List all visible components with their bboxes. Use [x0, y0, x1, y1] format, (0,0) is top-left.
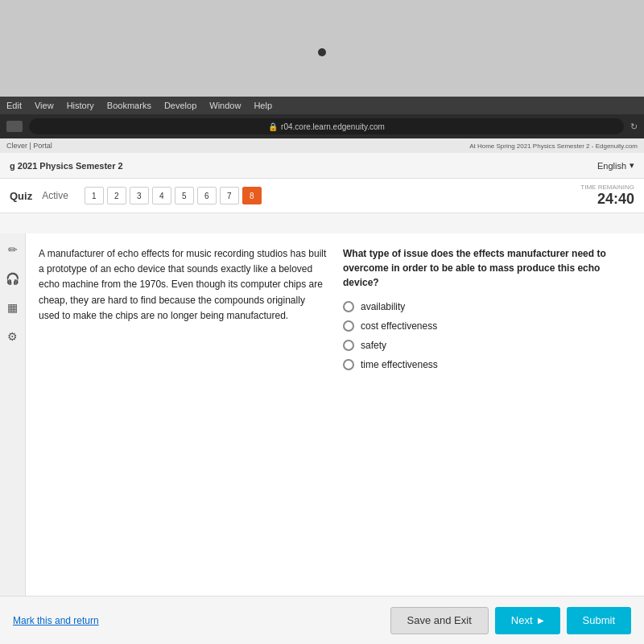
app-topbar: g 2021 Physics Semester 2 English ▾ [0, 153, 644, 179]
address-text: r04.core.learn.edgenuity.com [281, 122, 385, 131]
question-area: A manufacturer of echo effects for music… [26, 233, 644, 596]
clever-bar: Clever | Portal At Home Spring 2021 Phys… [0, 138, 644, 153]
menu-view[interactable]: View [35, 101, 54, 110]
address-bar[interactable]: 🔒 r04.core.learn.edgenuity.com [29, 118, 624, 134]
question-prompt: What type of issue does the effects manu… [343, 246, 631, 290]
lock-icon: 🔒 [268, 122, 278, 131]
browser-window: Edit View History Bookmarks Develop Wind… [0, 97, 644, 644]
btn-group: Save and Exit Next Submit [390, 607, 631, 634]
options-list: availability cost effectiveness safety [343, 301, 631, 370]
headphone-icon[interactable]: 🎧 [3, 269, 23, 288]
option-b[interactable]: cost effectiveness [343, 320, 631, 332]
bottom-bar: Mark this and return Save and Exit Next … [0, 596, 644, 644]
timer-label: TIME REMAINING [580, 184, 634, 191]
menu-history[interactable]: History [67, 101, 94, 110]
menu-bar: Edit View History Bookmarks Develop Wind… [0, 97, 644, 114]
menu-edit[interactable]: Edit [6, 101, 22, 110]
language-selector[interactable]: English ▾ [597, 160, 634, 171]
q-num-3[interactable]: 3 [130, 187, 149, 204]
option-a[interactable]: availability [343, 301, 631, 312]
language-label: English [597, 161, 626, 171]
option-a-label: availability [361, 301, 405, 312]
question-passage: A manufacturer of echo effects for music… [39, 246, 327, 583]
quiz-status: Active [42, 190, 68, 201]
menu-window[interactable]: Window [209, 101, 241, 110]
option-b-label: cost effectiveness [361, 320, 437, 332]
option-c[interactable]: safety [343, 340, 631, 351]
save-exit-button[interactable]: Save and Exit [390, 607, 489, 634]
tab-icon [6, 121, 23, 132]
radio-a[interactable] [343, 301, 354, 312]
tab-title: At Home Spring 2021 Physics Semester 2 -… [469, 142, 638, 150]
question-numbers: 1 2 3 4 5 6 7 8 [85, 187, 262, 204]
settings-icon[interactable]: ⚙ [3, 327, 23, 346]
q-num-6[interactable]: 6 [197, 187, 217, 204]
language-arrow: ▾ [630, 160, 634, 171]
q-num-8[interactable]: 8 [242, 187, 262, 204]
timer-block: TIME REMAINING 24:40 [580, 184, 634, 208]
quiz-header: Quiz Active 1 2 3 4 5 6 7 8 TIME REMAINI… [0, 179, 644, 213]
quiz-label: Quiz [10, 190, 32, 202]
quiz-content: A manufacturer of echo effects for music… [26, 233, 644, 596]
radio-d[interactable] [343, 359, 354, 370]
radio-b[interactable] [343, 320, 354, 332]
menu-bookmarks[interactable]: Bookmarks [107, 101, 151, 110]
refresh-icon[interactable]: ↻ [630, 122, 638, 132]
q-num-7[interactable]: 7 [220, 187, 239, 204]
menu-develop[interactable]: Develop [164, 101, 196, 110]
next-button[interactable]: Next [495, 607, 560, 634]
app-title: g 2021 Physics Semester 2 [10, 161, 123, 171]
sidebar-icons: ✏ 🎧 ▦ ⚙ [0, 233, 26, 596]
clever-label: Clever | Portal [6, 142, 52, 150]
option-d-label: time effectiveness [361, 359, 438, 370]
layout-wrapper: ✏ 🎧 ▦ ⚙ A manufacturer of echo effects f… [0, 233, 644, 596]
camera [318, 48, 326, 56]
option-d[interactable]: time effectiveness [343, 359, 631, 370]
calculator-icon[interactable]: ▦ [3, 298, 23, 317]
content-area: g 2021 Physics Semester 2 English ▾ Quiz… [0, 153, 644, 644]
option-c-label: safety [361, 340, 386, 351]
question-right: What type of issue does the effects manu… [343, 246, 631, 583]
q-num-2[interactable]: 2 [107, 187, 126, 204]
pencil-icon[interactable]: ✏ [3, 240, 23, 259]
q-num-1[interactable]: 1 [85, 187, 104, 204]
radio-c[interactable] [343, 340, 354, 351]
q-num-4[interactable]: 4 [152, 187, 171, 204]
mark-return-link[interactable]: Mark this and return [13, 615, 99, 626]
menu-help[interactable]: Help [254, 101, 272, 110]
submit-button[interactable]: Submit [567, 607, 631, 634]
timer-value: 24:40 [580, 191, 634, 208]
address-bar-row: 🔒 r04.core.learn.edgenuity.com ↻ [0, 114, 644, 138]
q-num-5[interactable]: 5 [175, 187, 194, 204]
